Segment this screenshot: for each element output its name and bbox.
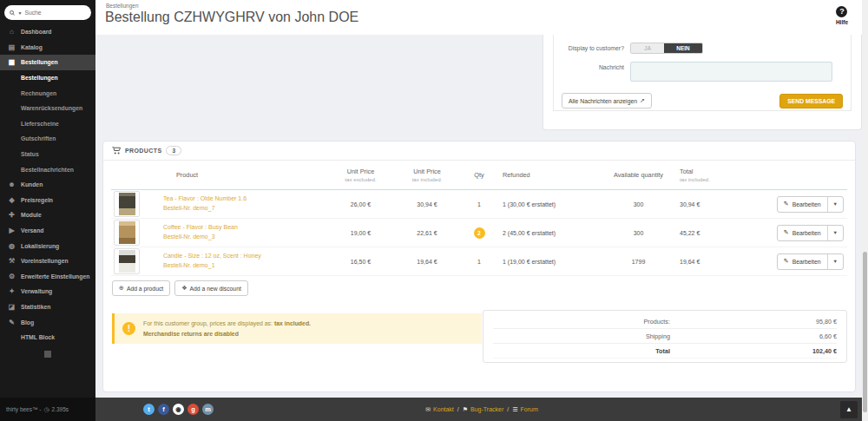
twitter-icon[interactable]: t [143, 404, 155, 415]
sidebar-item-versand[interactable]: ▶Versand [0, 223, 95, 239]
sidebar-item-module[interactable]: ✚Module [0, 207, 95, 223]
brand-label: thirty bees™ - [6, 406, 41, 412]
edit-button[interactable]: ✎Bearbeiten▼ [777, 196, 844, 213]
edit-button[interactable]: ✎Bearbeiten▼ [777, 225, 844, 241]
page-header: Bestellungen Bestellung CZHWYGHRV von Jo… [95, 0, 862, 35]
sidebar-subitem-rechnungen[interactable]: Rechnungen [0, 85, 95, 101]
totals-products-row: Products: 95,80 € [493, 314, 837, 329]
toggle-yes-button[interactable]: JA [631, 43, 664, 53]
totals-total-label: Total [493, 347, 672, 355]
sidebar-item-label: Preisregeln [21, 197, 53, 203]
available-quantity-value: 300 [597, 201, 680, 207]
admin-screen: ▼ ⌂Dashboard ▤Katalog ▦Bestellungen Best… [0, 0, 868, 421]
total-value: 45,22 € [680, 230, 775, 236]
sidebar-item-blog[interactable]: ✎Blog [0, 314, 95, 330]
bug-icon: ⚑ [463, 406, 468, 413]
sidebar-item-voreinstellungen[interactable]: ⚒Voreinstellungen [0, 253, 95, 269]
back-to-top-button[interactable]: ▲ [840, 401, 858, 418]
pencil-icon: ✎ [784, 258, 789, 265]
search-scope-caret-icon[interactable]: ▼ [17, 10, 22, 16]
product-thumbnail[interactable] [114, 248, 140, 274]
sidebar-subitem-bestellnachrichten[interactable]: Bestellnachrichten [0, 161, 95, 177]
totals-total-value: 102,40 € [672, 347, 837, 355]
help-button[interactable]: ? Hilfe [836, 6, 848, 25]
edit-button[interactable]: ✎Bearbeiten▼ [777, 253, 844, 270]
sidebar-item-preisregeln[interactable]: ◆Preisregeln [0, 193, 95, 208]
sidebar-subitem-warenruecksendungen[interactable]: Warenrücksendungen [0, 101, 95, 116]
search-icon [10, 10, 15, 16]
send-message-button[interactable]: SEND MESSAGE [779, 94, 843, 109]
refunded-value: 2 (45,00 € erstattet) [497, 230, 597, 236]
show-all-messages-button[interactable]: Alle Nachrichten anzeigen ↗ [562, 93, 652, 109]
product-thumbnail[interactable] [114, 220, 140, 246]
help-label: Hilfe [836, 19, 848, 25]
sidebar-item-dashboard[interactable]: ⌂Dashboard [0, 24, 95, 40]
toggle-no-button[interactable]: NEIN [664, 43, 702, 53]
sidebar-subitem-label: Lieferscheine [21, 121, 59, 127]
sidebar-collapse-toggle[interactable] [44, 351, 51, 358]
sidebar-item-kunden[interactable]: ☻Kunden [0, 177, 95, 193]
totals-total-row: Total 102,40 € [493, 344, 837, 359]
sidebar-item-lokalisierung[interactable]: ◍Lokalisierung [0, 238, 95, 253]
contact-link[interactable]: ✉Kontakt [425, 406, 454, 413]
products-table: Product Unit Pricetax excluded. Unit Pri… [111, 161, 847, 276]
message-textarea[interactable] [630, 62, 832, 82]
table-row: Tea - Flavor : Olde Number 1.6Bestell-Nr… [111, 190, 847, 219]
edit-dropdown-caret-icon[interactable]: ▼ [827, 226, 843, 240]
add-product-button[interactable]: ⊕Add a product [112, 280, 170, 296]
sidebar-subitem-status[interactable]: Status [0, 147, 95, 162]
sidebar-item-label: Bestellungen [21, 59, 58, 65]
sidebar-item-statistiken[interactable]: ◪Statistiken [0, 299, 95, 315]
envelope-icon: ✉ [425, 406, 431, 413]
page-scrollbar[interactable] [862, 0, 868, 421]
totals-shipping-label: Shipping [493, 332, 672, 340]
facebook-icon[interactable]: f [158, 404, 169, 415]
sidebar-subitem-gutschriften[interactable]: Gutschriften [0, 131, 95, 147]
sidebar-subitem-bestellungen[interactable]: Bestellungen [0, 70, 95, 86]
sidebar-item-label: Katalog [21, 44, 43, 50]
google-plus-icon[interactable]: g [187, 404, 199, 415]
total-value: 30,94 € [680, 201, 775, 207]
sidebar-item-erweiterte-einstellungen[interactable]: ⚙Erweiterte Einstellungen [0, 269, 95, 285]
sidebar-item-label: Voreinstellungen [21, 258, 69, 264]
sidebar-search[interactable]: ▼ [4, 5, 91, 20]
col-product: Product [163, 171, 328, 179]
warning-box: ! For this customer group, prices are di… [112, 313, 482, 344]
available-quantity-value: 300 [597, 230, 680, 236]
sidebar-item-bestellungen[interactable]: ▦Bestellungen [0, 55, 95, 70]
sidebar-item-katalog[interactable]: ▤Katalog [0, 40, 95, 56]
forum-link[interactable]: ☰Forum [512, 406, 538, 413]
bug-tracker-link[interactable]: ⚑Bug-Tracker [463, 406, 504, 413]
sidebar-item-html-block[interactable]: HTML Block [0, 330, 95, 345]
breadcrumb[interactable]: Bestellungen [106, 3, 139, 9]
search-input[interactable] [24, 10, 86, 16]
sidebar-item-label: Dashboard [21, 29, 52, 35]
product-name-link[interactable]: Coffee - Flavor : Busy BeanBestell-Nr. d… [163, 223, 328, 242]
col-qty: Qty [461, 171, 497, 179]
refunded-value: 1 (30,00 € erstattet) [497, 201, 597, 207]
warning-icon: ! [122, 322, 135, 335]
chat-icon: ☰ [512, 406, 517, 413]
add-discount-button[interactable]: ❖Add a new discount [174, 280, 248, 296]
sidebar-subitem-lieferscheine[interactable]: Lieferscheine [0, 116, 95, 132]
advanced-settings-icon: ⚙ [7, 273, 16, 280]
link-separator: / [457, 406, 459, 412]
product-name-link[interactable]: Tea - Flavor : Olde Number 1.6Bestell-Nr… [163, 194, 328, 214]
edit-dropdown-caret-icon[interactable]: ▼ [827, 254, 843, 269]
external-link-icon: ↗ [640, 97, 645, 104]
edit-dropdown-caret-icon[interactable]: ▼ [827, 197, 843, 212]
product-name-link[interactable]: Candle - Size : 12 oz, Scent : HoneyBest… [163, 252, 328, 271]
sidebar-item-label: Statistiken [21, 304, 50, 310]
scrollbar-thumb[interactable] [863, 252, 867, 412]
order-totals: Products: 95,80 € Shipping 6,60 € Total … [483, 310, 847, 363]
stats-icon: ◪ [7, 303, 16, 311]
orders-icon: ▦ [7, 58, 16, 66]
github-icon[interactable]: ◉ [173, 404, 184, 415]
customers-icon: ☻ [7, 181, 16, 188]
messages-panel: Display to customer? JA NEIN Nachricht A… [542, 35, 862, 130]
product-thumbnail[interactable] [114, 191, 140, 217]
unit-price-excl-value: 26,00 € [328, 201, 393, 207]
sidebar-item-verwaltung[interactable]: ✦Verwaltung [0, 284, 95, 299]
unit-price-excl-value: 16,50 € [328, 259, 393, 265]
community-icon[interactable]: m [202, 404, 214, 415]
